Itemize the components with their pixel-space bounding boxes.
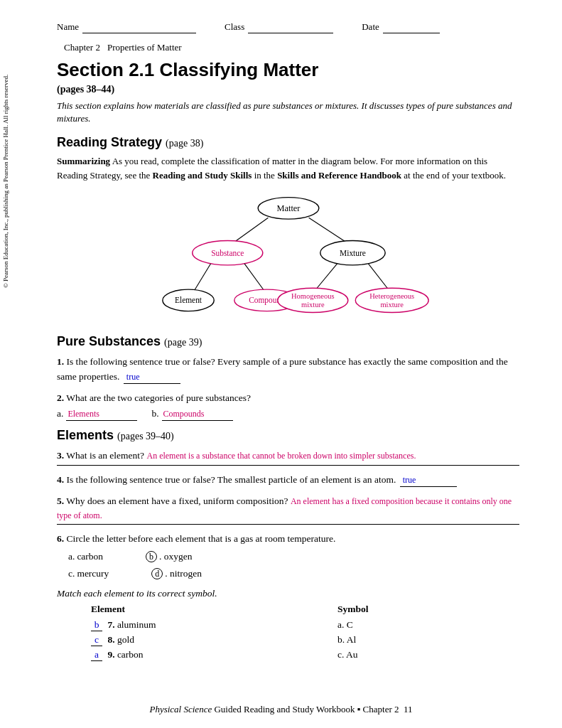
footer-normal: Guided Reading and Study Workbook: [212, 704, 355, 714]
footer-page: 11: [404, 704, 413, 714]
match-row-8: c 8. gold b. Al: [57, 633, 519, 648]
choice-d: d. nitrogen: [151, 567, 202, 581]
footer: Physical Science Guided Reading and Stud…: [0, 704, 562, 715]
svg-text:mixture: mixture: [380, 301, 404, 309]
match-instruction: Match each element to its correct symbol…: [57, 588, 519, 599]
svg-text:Substance: Substance: [211, 249, 244, 257]
date-label: Date: [362, 21, 379, 33]
svg-text:mixture: mixture: [301, 301, 325, 309]
match-col2-header: Symbol: [281, 602, 519, 618]
svg-line-2: [234, 218, 268, 242]
strategy-body: Summarizing As you read, complete the cl…: [57, 154, 519, 182]
question-6: 6. Circle the letter before each element…: [57, 532, 519, 581]
pure-substances-heading: Pure Substances (page 39): [57, 334, 519, 349]
footer-separator: ▪: [357, 704, 361, 714]
footer-chapter: Chapter 2: [363, 704, 399, 714]
elements-heading: Elements (pages 39–40): [57, 428, 519, 443]
chapter-number: Chapter 2: [64, 42, 100, 53]
section-title: Section 2.1 Classifying Matter: [57, 59, 519, 81]
svg-text:Element: Element: [175, 296, 202, 305]
svg-text:Matter: Matter: [276, 203, 301, 213]
match-row-7: b 7. aluminum a. C: [57, 618, 519, 633]
svg-line-8: [193, 264, 210, 291]
choice-b: b. oxygen: [146, 550, 193, 564]
choice-c: c. mercury: [68, 567, 109, 581]
pages-subtitle: (pages 38–44): [57, 84, 519, 95]
svg-text:Heterogeneous: Heterogeneous: [369, 292, 414, 300]
chapter-title: Properties of Matter: [107, 42, 182, 53]
svg-text:Homogeneous: Homogeneous: [291, 292, 334, 300]
match-row-9: a 9. carbon c. Au: [57, 648, 519, 663]
sidebar-copyright: © Pearson Education, Inc., publishing as…: [2, 146, 9, 288]
section-description: This section explains how materials are …: [57, 100, 519, 125]
question-3: 3. What is an element? An element is a s…: [57, 449, 519, 465]
question-5: 5. Why does an element have a fixed, uni…: [57, 494, 519, 525]
choice-a: a. carbon: [68, 550, 103, 564]
question-4: 4. Is the following sentence true or fal…: [57, 473, 519, 487]
match-table: Element Symbol b 7. aluminum a. C c 8. g…: [57, 602, 519, 663]
svg-line-11: [368, 264, 389, 291]
class-label: Class: [225, 21, 244, 33]
footer-italic: Physical Science: [149, 704, 212, 714]
svg-line-9: [244, 264, 265, 291]
question-1: 1. Is the following sentence true or fal…: [57, 355, 519, 384]
question-2: 2. What are the two categories of pure s…: [57, 391, 519, 422]
reading-strategy-heading: Reading Strategy (page 38): [57, 135, 519, 150]
chapter-line: Chapter 2Properties of Matter: [57, 42, 519, 53]
name-label: Name: [57, 21, 79, 33]
header-fields: Name Class Date: [57, 21, 519, 33]
svg-text:Mixture: Mixture: [340, 249, 366, 257]
svg-line-10: [314, 264, 337, 291]
classification-diagram: Matter Substance Mixture Element Compoun…: [57, 192, 519, 320]
svg-line-3: [308, 218, 345, 242]
match-col1-header: Element: [85, 602, 281, 618]
